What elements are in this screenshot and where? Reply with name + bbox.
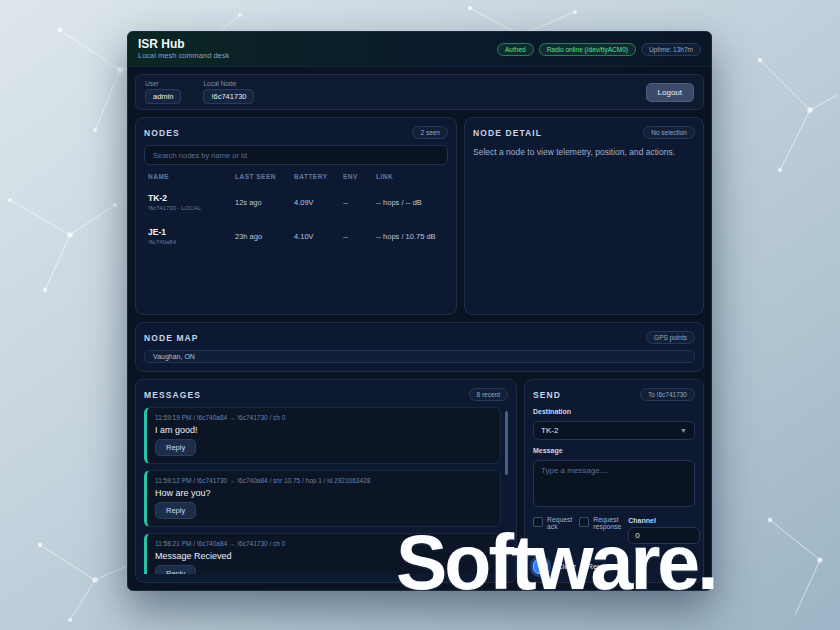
user-bar: User admin Local Node !6c741730 Logout bbox=[135, 74, 704, 110]
nodes-table-header: NAME LAST SEEN BATTERY ENV LINK bbox=[144, 171, 448, 182]
software-watermark: Software. bbox=[396, 518, 716, 607]
map-location-strip: Vaughan, ON bbox=[144, 350, 695, 363]
nodes-panel-header: NODES 2 seen bbox=[144, 126, 448, 139]
message-input[interactable] bbox=[533, 460, 695, 507]
destination-label: Destination bbox=[533, 408, 695, 415]
reply-button[interactable]: Reply bbox=[155, 565, 196, 574]
nodes-title: NODES bbox=[144, 128, 180, 138]
page-background: ISR Hub Local mesh command desk Authed R… bbox=[0, 0, 840, 630]
app-title-block: ISR Hub Local mesh command desk bbox=[138, 38, 229, 60]
logout-button[interactable]: Logout bbox=[646, 83, 694, 102]
user-group: User admin bbox=[145, 80, 181, 104]
node-detail-badge: No selection bbox=[643, 126, 695, 139]
nodes-count-badge: 2 seen bbox=[412, 126, 448, 139]
send-target-badge: To !6c741730 bbox=[640, 388, 695, 401]
user-value: admin bbox=[145, 89, 181, 104]
node-name: TK-2 bbox=[148, 193, 232, 203]
app-window: ISR Hub Local mesh command desk Authed R… bbox=[127, 31, 712, 591]
messages-count-badge: 8 recent bbox=[469, 388, 509, 401]
node-row-je1[interactable]: JE-1 !6c740a84 23h ago 4.10V -- -- hops … bbox=[144, 222, 448, 250]
message-item: 11:59:19 PM / !6c740a84 → !6c741730 / ch… bbox=[144, 407, 501, 464]
node-name-cell: JE-1 !6c740a84 bbox=[148, 227, 232, 245]
col-battery: BATTERY bbox=[294, 173, 340, 180]
node-search-input[interactable] bbox=[144, 145, 448, 165]
node-env: -- bbox=[343, 232, 373, 241]
header-badges: Authed Radio online (/dev/ttyACM0) Uptim… bbox=[497, 43, 701, 56]
node-battery: 4.09V bbox=[294, 198, 340, 207]
messages-header: MESSAGES 8 recent bbox=[144, 388, 508, 401]
node-detail-panel: NODE DETAIL No selection Select a node t… bbox=[464, 117, 704, 315]
local-node-group: Local Node !6c741730 bbox=[203, 80, 254, 104]
node-detail-empty-text: Select a node to view telemetry, positio… bbox=[473, 147, 695, 157]
app-subtitle: Local mesh command desk bbox=[138, 51, 229, 60]
window-content: User admin Local Node !6c741730 Logout N… bbox=[128, 67, 711, 590]
app-header: ISR Hub Local mesh command desk Authed R… bbox=[128, 32, 711, 67]
node-last-seen: 12s ago bbox=[235, 198, 291, 207]
col-link: LINK bbox=[376, 173, 444, 180]
send-header: SEND To !6c741730 bbox=[533, 388, 695, 401]
message-text: I am good! bbox=[155, 425, 492, 435]
col-last-seen: LAST SEEN bbox=[235, 173, 291, 180]
reply-button[interactable]: Reply bbox=[155, 439, 196, 456]
node-name: JE-1 bbox=[148, 227, 232, 237]
node-env: -- bbox=[343, 198, 373, 207]
node-link: -- hops / -- dB bbox=[376, 198, 444, 207]
node-map-header: NODE MAP GPS points bbox=[144, 331, 695, 344]
node-id: !6c740a84 bbox=[148, 239, 232, 245]
node-battery: 4.10V bbox=[294, 232, 340, 241]
user-label: User bbox=[145, 80, 181, 87]
local-node-value: !6c741730 bbox=[203, 89, 254, 104]
destination-select[interactable]: TK-2 ▼ bbox=[533, 421, 695, 440]
send-title: SEND bbox=[533, 390, 561, 400]
message-meta: 11:59:12 PM / !6c741730 → !6c740a84 / sn… bbox=[155, 477, 492, 484]
node-map-panel: NODE MAP GPS points Vaughan, ON bbox=[135, 322, 704, 372]
node-id: !6c741730 · LOCAL bbox=[148, 205, 232, 211]
node-name-cell: TK-2 !6c741730 · LOCAL bbox=[148, 193, 232, 211]
node-detail-header: NODE DETAIL No selection bbox=[473, 126, 695, 139]
destination-value: TK-2 bbox=[541, 426, 558, 435]
node-row-tk2[interactable]: TK-2 !6c741730 · LOCAL 12s ago 4.09V -- … bbox=[144, 188, 448, 216]
reply-button[interactable]: Reply bbox=[155, 502, 196, 519]
top-panels-row: NODES 2 seen NAME LAST SEEN BATTERY ENV … bbox=[135, 117, 704, 315]
messages-scrollbar-thumb[interactable] bbox=[505, 411, 508, 475]
local-node-label: Local Node bbox=[203, 80, 254, 87]
radio-status-badge: Radio online (/dev/ttyACM0) bbox=[539, 43, 636, 56]
node-link: -- hops / 10.75 dB bbox=[376, 232, 444, 241]
col-env: ENV bbox=[343, 173, 373, 180]
node-detail-title: NODE DETAIL bbox=[473, 128, 542, 138]
node-last-seen: 23h ago bbox=[235, 232, 291, 241]
authed-badge: Authed bbox=[497, 43, 534, 56]
nodes-panel: NODES 2 seen NAME LAST SEEN BATTERY ENV … bbox=[135, 117, 457, 315]
messages-title: MESSAGES bbox=[144, 390, 201, 400]
message-text: How are you? bbox=[155, 488, 492, 498]
app-title: ISR Hub bbox=[138, 38, 229, 51]
gps-points-badge: GPS points bbox=[646, 331, 695, 344]
message-meta: 11:59:19 PM / !6c740a84 → !6c741730 / ch… bbox=[155, 414, 492, 421]
map-location-label: Vaughan, ON bbox=[153, 353, 195, 360]
node-map-title: NODE MAP bbox=[144, 333, 199, 343]
message-label: Message bbox=[533, 447, 695, 454]
chevron-down-icon: ▼ bbox=[680, 427, 687, 434]
col-name: NAME bbox=[148, 173, 232, 180]
uptime-badge: Uptime: 13h7m bbox=[641, 43, 701, 56]
